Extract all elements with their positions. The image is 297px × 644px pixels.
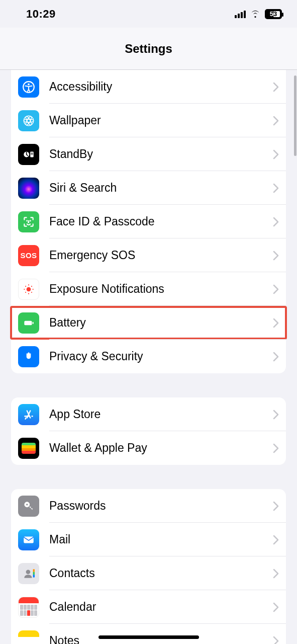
siri-icon bbox=[18, 178, 39, 199]
row-label: Passwords bbox=[49, 499, 273, 513]
row-label: Wallpaper bbox=[49, 114, 273, 127]
svg-point-18 bbox=[25, 285, 26, 286]
svg-rect-9 bbox=[31, 152, 33, 153]
accessibility-icon bbox=[18, 76, 39, 98]
svg-point-16 bbox=[24, 288, 25, 289]
chevron-right-icon bbox=[273, 183, 279, 193]
battery-status-icon: 53 bbox=[265, 9, 282, 19]
notes-icon bbox=[18, 630, 39, 645]
svg-point-12 bbox=[30, 220, 31, 221]
wallet-icon bbox=[18, 438, 39, 459]
chevron-right-icon bbox=[273, 410, 279, 420]
svg-point-26 bbox=[26, 504, 28, 505]
settings-group-general: Accessibility Wallpaper StandBy Siri & S… bbox=[11, 70, 286, 373]
privacy-icon bbox=[18, 346, 39, 367]
svg-point-13 bbox=[27, 287, 31, 291]
row-label: Face ID & Passcode bbox=[49, 215, 273, 228]
settings-group-store: App Store Wallet & Apple Pay bbox=[11, 397, 286, 465]
svg-rect-23 bbox=[33, 321, 34, 324]
svg-rect-31 bbox=[33, 575, 35, 577]
svg-point-28 bbox=[26, 570, 31, 574]
svg-point-11 bbox=[27, 220, 27, 221]
chevron-right-icon bbox=[273, 251, 279, 261]
settings-row-siri[interactable]: Siri & Search bbox=[11, 171, 286, 205]
page-title: Settings bbox=[125, 42, 172, 56]
row-label: Calendar bbox=[49, 600, 273, 614]
settings-row-calendar[interactable]: Calendar bbox=[11, 590, 286, 624]
settings-row-notes[interactable]: Notes bbox=[11, 624, 286, 644]
appstore-icon bbox=[18, 404, 39, 425]
svg-point-21 bbox=[31, 291, 32, 292]
svg-point-14 bbox=[28, 284, 29, 285]
sos-icon: SOS bbox=[18, 245, 39, 266]
row-label: Siri & Search bbox=[49, 181, 273, 195]
row-label: Mail bbox=[49, 533, 273, 546]
chevron-right-icon bbox=[273, 318, 279, 328]
row-label: Wallet & Apple Pay bbox=[49, 441, 273, 455]
status-indicators: 53 bbox=[235, 8, 282, 20]
svg-point-15 bbox=[28, 293, 29, 294]
faceid-icon bbox=[18, 211, 39, 232]
chevron-right-icon bbox=[273, 636, 279, 645]
exposure-icon bbox=[18, 279, 39, 300]
settings-row-wallpaper[interactable]: Wallpaper bbox=[11, 104, 286, 137]
row-label: Battery bbox=[49, 316, 273, 330]
navigation-header: Settings bbox=[0, 28, 297, 70]
mail-icon bbox=[18, 529, 39, 550]
chevron-right-icon bbox=[273, 284, 279, 294]
settings-row-exposure[interactable]: Exposure Notifications bbox=[11, 272, 286, 306]
status-time: 10:29 bbox=[26, 8, 56, 21]
svg-rect-29 bbox=[33, 569, 35, 572]
settings-row-contacts[interactable]: Contacts bbox=[11, 556, 286, 590]
row-label: Exposure Notifications bbox=[49, 282, 273, 296]
svg-rect-24 bbox=[28, 352, 29, 356]
chevron-right-icon bbox=[273, 602, 279, 612]
svg-point-17 bbox=[33, 288, 34, 289]
svg-point-4 bbox=[24, 119, 34, 122]
svg-rect-10 bbox=[31, 153, 33, 154]
chevron-right-icon bbox=[273, 116, 279, 126]
chevron-right-icon bbox=[273, 569, 279, 579]
passwords-icon bbox=[18, 496, 39, 517]
chevron-right-icon bbox=[273, 82, 279, 92]
chevron-right-icon bbox=[273, 352, 279, 362]
svg-point-1 bbox=[28, 83, 30, 85]
chevron-right-icon bbox=[273, 149, 279, 159]
settings-row-accessibility[interactable]: Accessibility bbox=[11, 70, 286, 104]
settings-row-appstore[interactable]: App Store bbox=[11, 397, 286, 431]
settings-row-battery[interactable]: Battery bbox=[11, 306, 286, 340]
chevron-right-icon bbox=[273, 443, 279, 453]
settings-row-passwords[interactable]: Passwords bbox=[11, 489, 286, 523]
settings-row-mail[interactable]: Mail bbox=[11, 523, 286, 556]
wifi-icon bbox=[250, 8, 261, 20]
settings-content[interactable]: Accessibility Wallpaper StandBy Siri & S… bbox=[0, 70, 297, 644]
standby-icon bbox=[18, 144, 39, 165]
status-bar: 10:29 53 bbox=[0, 0, 297, 28]
row-label: Emergency SOS bbox=[49, 249, 273, 262]
home-indicator[interactable] bbox=[98, 635, 199, 639]
battery-icon bbox=[18, 312, 39, 334]
settings-row-sos[interactable]: SOS Emergency SOS bbox=[11, 238, 286, 272]
settings-row-wallet[interactable]: Wallet & Apple Pay bbox=[11, 431, 286, 465]
cellular-signal-icon bbox=[235, 10, 246, 18]
wallpaper-icon bbox=[18, 110, 39, 131]
svg-point-20 bbox=[25, 291, 26, 292]
contacts-icon bbox=[18, 563, 39, 584]
row-label: Accessibility bbox=[49, 80, 273, 94]
svg-point-19 bbox=[31, 285, 32, 286]
chevron-right-icon bbox=[273, 535, 279, 545]
settings-group-accounts: Passwords Mail Contacts Calendar bbox=[11, 489, 286, 644]
svg-rect-27 bbox=[24, 536, 34, 543]
svg-point-3 bbox=[24, 116, 34, 126]
svg-rect-30 bbox=[33, 572, 35, 574]
row-label: StandBy bbox=[49, 147, 273, 161]
settings-row-privacy[interactable]: Privacy & Security bbox=[11, 340, 286, 373]
chevron-right-icon bbox=[273, 217, 279, 227]
settings-row-faceid[interactable]: Face ID & Passcode bbox=[11, 205, 286, 238]
scroll-indicator[interactable] bbox=[294, 75, 296, 156]
row-label: Contacts bbox=[49, 567, 273, 580]
svg-rect-22 bbox=[24, 320, 32, 325]
chevron-right-icon bbox=[273, 501, 279, 511]
settings-row-standby[interactable]: StandBy bbox=[11, 137, 286, 171]
row-label: Privacy & Security bbox=[49, 350, 273, 363]
